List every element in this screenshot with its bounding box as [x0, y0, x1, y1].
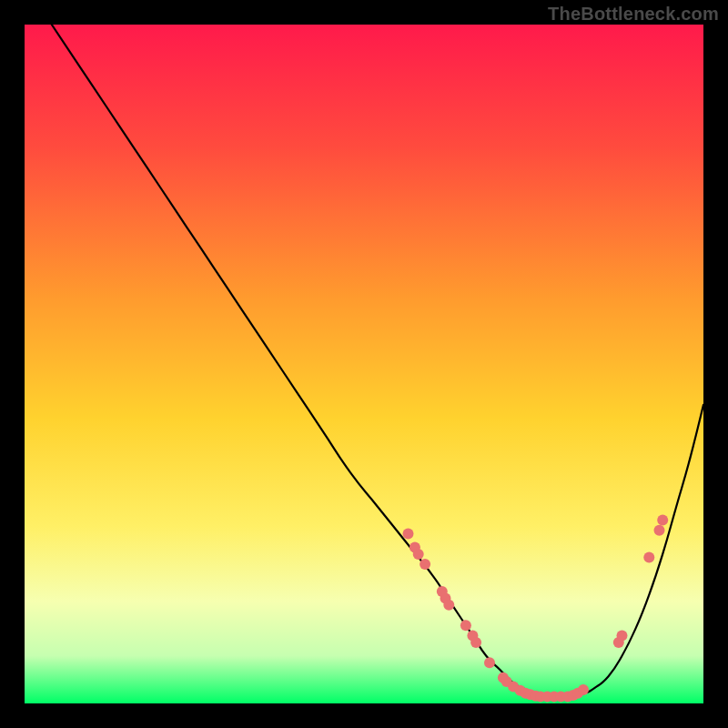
marker-dot [460, 620, 471, 631]
marker-dot [654, 525, 665, 536]
marker-dot [643, 552, 654, 563]
plot-frame [25, 25, 703, 703]
attribution-text: TheBottleneck.com [548, 4, 719, 25]
marker-dot [470, 637, 481, 648]
chart-stage: TheBottleneck.com [0, 0, 728, 728]
marker-dot [413, 549, 424, 560]
marker-dot [578, 684, 589, 695]
marker-dot [617, 630, 628, 641]
marker-dot [420, 559, 430, 570]
marker-dot [443, 600, 454, 611]
plot-background [25, 25, 703, 703]
plot-svg [25, 25, 703, 703]
marker-dot [657, 515, 668, 526]
marker-dot [484, 657, 495, 668]
marker-dot [403, 529, 414, 540]
